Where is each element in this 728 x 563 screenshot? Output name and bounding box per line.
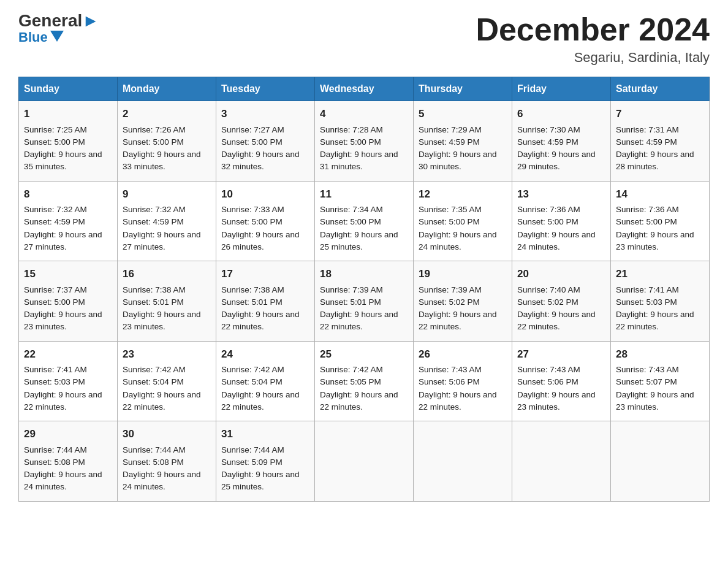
daylight-label: Daylight: 9 hours and 22 minutes. — [320, 310, 398, 331]
day-number: 18 — [320, 266, 408, 282]
sunset-label: Sunset: 4:59 PM — [419, 137, 480, 147]
calendar-cell — [315, 421, 414, 502]
daylight-label: Daylight: 9 hours and 23 minutes. — [517, 390, 596, 412]
calendar-week-row: 8 Sunrise: 7:32 AM Sunset: 4:59 PM Dayli… — [19, 181, 710, 261]
daylight-label: Daylight: 9 hours and 25 minutes. — [221, 470, 300, 491]
day-number: 31 — [221, 426, 309, 442]
sunset-label: Sunset: 5:00 PM — [24, 297, 85, 307]
weekday-header-wednesday: Wednesday — [315, 77, 414, 101]
calendar-table: SundayMondayTuesdayWednesdayThursdayFrid… — [18, 77, 710, 502]
day-number: 16 — [123, 266, 211, 282]
logo-general-text: General► — [18, 12, 99, 29]
day-number: 24 — [221, 347, 309, 362]
daylight-label: Daylight: 9 hours and 22 minutes. — [123, 390, 201, 412]
day-number: 29 — [24, 426, 112, 442]
calendar-header: SundayMondayTuesdayWednesdayThursdayFrid… — [19, 77, 710, 101]
calendar-cell: 12 Sunrise: 7:35 AM Sunset: 5:00 PM Dayl… — [414, 181, 512, 261]
sunrise-label: Sunrise: 7:28 AM — [320, 125, 383, 134]
sunrise-label: Sunrise: 7:32 AM — [24, 205, 87, 214]
calendar-cell: 21 Sunrise: 7:41 AM Sunset: 5:03 PM Dayl… — [611, 261, 710, 342]
day-number: 7 — [616, 106, 704, 122]
sunset-label: Sunset: 5:01 PM — [320, 297, 381, 307]
sunset-label: Sunset: 5:00 PM — [221, 217, 282, 226]
sunrise-label: Sunrise: 7:41 AM — [616, 285, 679, 294]
page-header: General► Blue December 2024 Segariu, Sar… — [18, 12, 710, 66]
day-number: 3 — [221, 106, 309, 122]
day-number: 5 — [419, 106, 507, 122]
daylight-label: Daylight: 9 hours and 31 minutes. — [320, 150, 398, 171]
sunrise-label: Sunrise: 7:33 AM — [221, 205, 284, 214]
sunrise-label: Sunrise: 7:29 AM — [419, 125, 482, 134]
daylight-label: Daylight: 9 hours and 22 minutes. — [517, 310, 596, 331]
day-number: 11 — [320, 186, 408, 202]
daylight-label: Daylight: 9 hours and 27 minutes. — [24, 230, 102, 251]
daylight-label: Daylight: 9 hours and 30 minutes. — [419, 150, 497, 171]
calendar-cell — [611, 421, 710, 502]
calendar-cell: 14 Sunrise: 7:36 AM Sunset: 5:00 PM Dayl… — [611, 181, 710, 261]
sunset-label: Sunset: 5:04 PM — [221, 377, 282, 386]
sunset-label: Sunset: 5:01 PM — [221, 297, 282, 307]
daylight-label: Daylight: 9 hours and 24 minutes. — [123, 470, 201, 491]
sunrise-label: Sunrise: 7:43 AM — [517, 365, 580, 374]
calendar-cell: 6 Sunrise: 7:30 AM Sunset: 4:59 PM Dayli… — [512, 101, 611, 182]
title-block: December 2024 Segariu, Sardinia, Italy — [476, 12, 710, 66]
calendar-cell: 9 Sunrise: 7:32 AM Sunset: 4:59 PM Dayli… — [118, 181, 216, 261]
sunset-label: Sunset: 5:00 PM — [419, 217, 480, 226]
daylight-label: Daylight: 9 hours and 24 minutes. — [24, 470, 102, 491]
day-number: 1 — [24, 106, 112, 122]
sunrise-label: Sunrise: 7:34 AM — [320, 205, 383, 214]
sunrise-label: Sunrise: 7:39 AM — [320, 285, 383, 294]
daylight-label: Daylight: 9 hours and 33 minutes. — [123, 150, 201, 171]
logo-triangle-icon — [50, 31, 64, 42]
sunrise-label: Sunrise: 7:40 AM — [517, 285, 580, 294]
calendar-week-row: 29 Sunrise: 7:44 AM Sunset: 5:08 PM Dayl… — [19, 421, 710, 502]
sunset-label: Sunset: 5:00 PM — [320, 217, 381, 226]
sunset-label: Sunset: 5:08 PM — [123, 458, 184, 467]
weekday-header-saturday: Saturday — [611, 77, 710, 101]
sunset-label: Sunset: 5:06 PM — [517, 377, 578, 386]
day-number: 25 — [320, 347, 408, 362]
svg-marker-0 — [50, 31, 64, 42]
daylight-label: Daylight: 9 hours and 27 minutes. — [123, 230, 201, 251]
day-number: 6 — [517, 106, 605, 122]
daylight-label: Daylight: 9 hours and 25 minutes. — [320, 230, 398, 251]
sunset-label: Sunset: 5:00 PM — [123, 137, 184, 147]
calendar-cell: 22 Sunrise: 7:41 AM Sunset: 5:03 PM Dayl… — [19, 341, 118, 421]
day-number: 21 — [616, 266, 704, 282]
daylight-label: Daylight: 9 hours and 24 minutes. — [419, 230, 497, 251]
sunrise-label: Sunrise: 7:31 AM — [616, 125, 679, 134]
day-number: 4 — [320, 106, 408, 122]
calendar-cell: 27 Sunrise: 7:43 AM Sunset: 5:06 PM Dayl… — [512, 341, 611, 421]
sunrise-label: Sunrise: 7:37 AM — [24, 285, 87, 294]
weekday-header-tuesday: Tuesday — [216, 77, 315, 101]
month-title: December 2024 — [476, 12, 710, 47]
sunset-label: Sunset: 5:02 PM — [419, 297, 480, 307]
calendar-cell: 26 Sunrise: 7:43 AM Sunset: 5:06 PM Dayl… — [414, 341, 512, 421]
sunset-label: Sunset: 5:05 PM — [320, 377, 381, 386]
calendar-cell: 7 Sunrise: 7:31 AM Sunset: 4:59 PM Dayli… — [611, 101, 710, 182]
sunset-label: Sunset: 4:59 PM — [24, 217, 85, 226]
day-number: 28 — [616, 347, 704, 362]
daylight-label: Daylight: 9 hours and 35 minutes. — [24, 150, 102, 171]
calendar-cell: 16 Sunrise: 7:38 AM Sunset: 5:01 PM Dayl… — [118, 261, 216, 342]
sunset-label: Sunset: 5:00 PM — [320, 137, 381, 147]
calendar-cell: 8 Sunrise: 7:32 AM Sunset: 4:59 PM Dayli… — [19, 181, 118, 261]
calendar-cell: 17 Sunrise: 7:38 AM Sunset: 5:01 PM Dayl… — [216, 261, 315, 342]
day-number: 13 — [517, 186, 605, 202]
calendar-cell: 5 Sunrise: 7:29 AM Sunset: 4:59 PM Dayli… — [414, 101, 512, 182]
calendar-cell: 25 Sunrise: 7:42 AM Sunset: 5:05 PM Dayl… — [315, 341, 414, 421]
sunrise-label: Sunrise: 7:27 AM — [221, 125, 284, 134]
daylight-label: Daylight: 9 hours and 32 minutes. — [221, 150, 300, 171]
day-number: 20 — [517, 266, 605, 282]
day-number: 17 — [221, 266, 309, 282]
day-number: 9 — [123, 186, 211, 202]
calendar-cell: 24 Sunrise: 7:42 AM Sunset: 5:04 PM Dayl… — [216, 341, 315, 421]
calendar-cell: 13 Sunrise: 7:36 AM Sunset: 5:00 PM Dayl… — [512, 181, 611, 261]
daylight-label: Daylight: 9 hours and 24 minutes. — [517, 230, 596, 251]
day-number: 10 — [221, 186, 309, 202]
sunset-label: Sunset: 5:09 PM — [221, 458, 282, 467]
calendar-cell — [414, 421, 512, 502]
calendar-cell: 15 Sunrise: 7:37 AM Sunset: 5:00 PM Dayl… — [19, 261, 118, 342]
sunset-label: Sunset: 5:00 PM — [24, 137, 85, 147]
daylight-label: Daylight: 9 hours and 23 minutes. — [616, 390, 694, 412]
